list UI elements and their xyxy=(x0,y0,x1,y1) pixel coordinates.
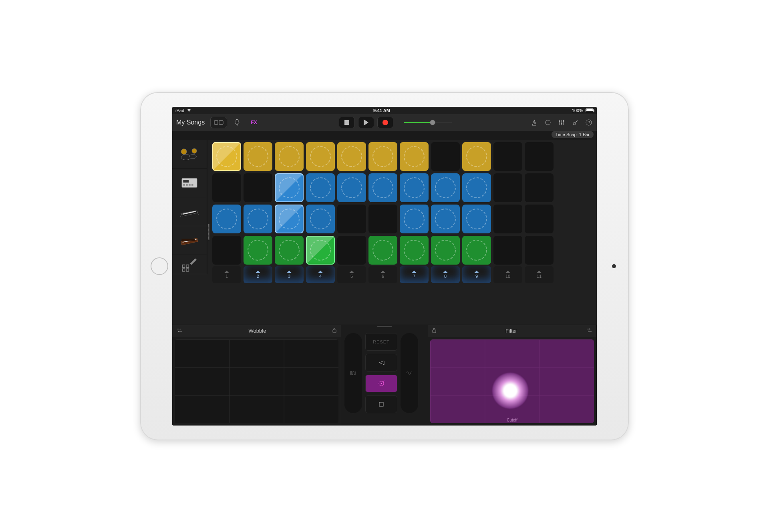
loop-cell[interactable] xyxy=(462,205,491,233)
svg-rect-2 xyxy=(236,119,238,123)
loop-cell[interactable] xyxy=(400,142,429,171)
gater-strip-left[interactable] xyxy=(344,333,362,413)
loop-cell[interactable] xyxy=(400,205,429,233)
loop-cell[interactable] xyxy=(368,142,397,171)
fx-reverse-button[interactable] xyxy=(365,354,397,371)
track-header-drum-machine[interactable] xyxy=(172,169,207,197)
loop-cell[interactable] xyxy=(212,236,241,265)
loop-cell[interactable] xyxy=(525,205,554,233)
loop-cell[interactable] xyxy=(306,236,335,265)
master-volume-slider[interactable] xyxy=(404,122,452,123)
column-trigger[interactable]: 11 xyxy=(525,266,554,283)
svg-rect-18 xyxy=(189,184,190,185)
loop-icon[interactable] xyxy=(544,118,552,126)
loop-cell[interactable] xyxy=(525,236,554,265)
loop-cell[interactable] xyxy=(525,173,554,202)
loop-cell[interactable] xyxy=(337,142,366,171)
fx-left-label: Wobble xyxy=(183,328,332,334)
loop-cell[interactable] xyxy=(431,173,460,202)
snap-row: Time Snap: 1 Bar xyxy=(172,131,597,140)
loop-cell[interactable] xyxy=(244,236,272,265)
battery-icon xyxy=(586,108,594,112)
track-header-keyboard[interactable] xyxy=(172,197,207,226)
fx-lock-right-icon[interactable] xyxy=(432,327,437,334)
loop-cell[interactable] xyxy=(400,173,429,202)
fx-reset-button[interactable]: RESET xyxy=(365,333,397,351)
column-trigger[interactable]: 3 xyxy=(275,266,304,283)
loop-cell[interactable] xyxy=(212,205,241,233)
loop-cell[interactable] xyxy=(244,205,272,233)
loop-cell[interactable] xyxy=(462,142,491,171)
loop-cell[interactable] xyxy=(306,142,335,171)
loop-cell[interactable] xyxy=(306,173,335,202)
loop-cell[interactable] xyxy=(244,142,272,171)
fx-scratch-button[interactable] xyxy=(365,375,397,392)
loop-cell[interactable] xyxy=(306,205,335,233)
column-trigger[interactable]: 10 xyxy=(493,266,522,283)
track-header-synth[interactable] xyxy=(172,226,207,255)
loop-cell[interactable] xyxy=(368,205,397,233)
fx-swap-left-icon[interactable] xyxy=(176,327,183,334)
fx-stop-button[interactable] xyxy=(365,395,397,413)
loop-cell[interactable] xyxy=(275,205,304,233)
loop-cell[interactable] xyxy=(275,236,304,265)
fx-swap-right-icon[interactable] xyxy=(586,327,592,334)
loop-cell[interactable] xyxy=(244,173,272,202)
fx-drag-handle[interactable] xyxy=(341,325,428,328)
loop-cell[interactable] xyxy=(337,205,366,233)
time-snap-pill[interactable]: Time Snap: 1 Bar xyxy=(552,131,594,138)
browser-toggle-button[interactable] xyxy=(210,117,227,128)
column-trigger[interactable]: 8 xyxy=(431,266,460,283)
help-icon[interactable]: ? xyxy=(585,118,593,126)
loop-cell[interactable] xyxy=(493,236,522,265)
loop-cell[interactable] xyxy=(368,173,397,202)
transport-controls xyxy=(339,117,393,128)
fx-xy-pad-wobble[interactable] xyxy=(175,339,338,423)
loop-cell[interactable] xyxy=(493,142,522,171)
fx-xy-pad-filter[interactable]: Cutoff Resonance xyxy=(430,339,594,423)
column-trigger[interactable]: 6 xyxy=(368,266,397,283)
column-trigger[interactable]: 7 xyxy=(400,266,429,283)
my-songs-button[interactable]: My Songs xyxy=(176,119,205,126)
loop-cell[interactable] xyxy=(400,236,429,265)
loop-cell[interactable] xyxy=(431,142,460,171)
fx-pad-left: Wobble xyxy=(172,325,341,426)
record-button[interactable] xyxy=(377,117,393,128)
column-trigger[interactable]: 9 xyxy=(462,266,491,283)
loop-cell[interactable] xyxy=(462,173,491,202)
gater-strip-right[interactable] xyxy=(401,333,418,413)
fx-x-axis-label: Cutoff xyxy=(430,418,594,422)
column-number: 10 xyxy=(505,274,510,279)
column-trigger[interactable]: 5 xyxy=(337,266,366,283)
column-trigger[interactable]: 1 xyxy=(212,266,241,283)
loop-cell[interactable] xyxy=(275,142,304,171)
stop-button[interactable] xyxy=(339,117,355,128)
loop-cell[interactable] xyxy=(493,205,522,233)
loop-cell[interactable] xyxy=(368,236,397,265)
mixer-icon[interactable] xyxy=(558,118,566,126)
loop-cell[interactable] xyxy=(337,236,366,265)
microphone-icon[interactable] xyxy=(230,119,244,126)
metronome-icon[interactable] xyxy=(530,118,538,126)
loop-cell[interactable] xyxy=(431,236,460,265)
chevron-up-icon xyxy=(474,271,479,273)
home-button[interactable] xyxy=(151,257,168,275)
loop-cell[interactable] xyxy=(462,236,491,265)
cell-edit-button[interactable] xyxy=(172,255,207,274)
svg-rect-22 xyxy=(186,265,189,267)
loop-cell[interactable] xyxy=(212,142,241,171)
settings-icon[interactable] xyxy=(571,118,579,126)
loop-cell[interactable] xyxy=(212,173,241,202)
ipad-frame: iPad 9:41 AM 100% My Songs FX xyxy=(140,92,629,440)
loop-cell[interactable] xyxy=(431,205,460,233)
chevron-up-icon xyxy=(537,271,542,273)
column-trigger[interactable]: 4 xyxy=(306,266,335,283)
track-header-drumkit[interactable] xyxy=(172,140,207,169)
fx-lock-left-icon[interactable] xyxy=(332,327,337,334)
loop-cell[interactable] xyxy=(337,173,366,202)
loop-cell[interactable] xyxy=(525,142,554,171)
column-trigger[interactable]: 2 xyxy=(244,266,272,283)
loop-cell[interactable] xyxy=(275,173,304,202)
play-button[interactable] xyxy=(358,117,374,128)
loop-cell[interactable] xyxy=(493,173,522,202)
